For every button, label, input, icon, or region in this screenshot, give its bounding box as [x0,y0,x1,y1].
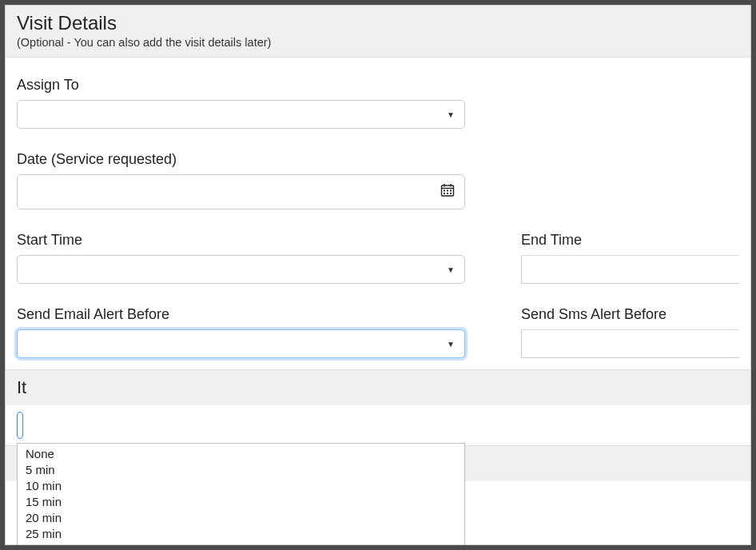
end-time-select[interactable] [521,255,739,284]
svg-rect-9 [450,193,452,194]
calendar-icon[interactable] [440,183,455,201]
start-time-label: Start Time [17,232,465,249]
assign-to-label: Assign To [17,77,465,94]
svg-rect-7 [444,193,445,194]
email-alert-option[interactable]: 10 min [18,478,464,494]
email-alert-dropdown[interactable]: None5 min10 min15 min20 min25 min30 min1… [17,443,465,545]
items-toolbar [6,405,750,445]
email-alert-label: Send Email Alert Before [17,306,465,323]
email-alert-option[interactable]: 5 min [18,462,464,478]
panel-header: Visit Details (Optional - You can also a… [6,6,750,58]
svg-rect-5 [447,190,448,192]
sms-alert-select[interactable] [521,329,739,358]
svg-rect-6 [450,190,452,192]
email-alert-select[interactable]: ▼ [17,329,465,358]
chevron-down-icon: ▼ [447,110,455,119]
email-alert-option[interactable]: None [18,446,464,462]
visit-details-panel: Visit Details (Optional - You can also a… [5,5,751,545]
end-time-label: End Time [521,232,739,249]
date-label: Date (Service requested) [17,151,465,168]
email-alert-option[interactable]: 15 min [18,494,464,510]
svg-rect-4 [444,190,445,192]
items-section-label: It [17,377,26,398]
start-time-select[interactable]: ▼ [17,255,465,284]
email-alert-option[interactable]: 25 min [18,526,464,542]
panel-subtitle: (Optional - You can also add the visit d… [17,36,739,49]
date-input[interactable] [17,174,465,209]
email-alert-option[interactable]: 30 min [18,542,464,545]
sms-alert-label: Send Sms Alert Before [521,306,739,323]
email-alert-option[interactable]: 20 min [18,510,464,526]
items-section-header: It [6,370,750,405]
chevron-down-icon: ▼ [447,265,455,274]
add-item-button[interactable] [17,412,23,439]
panel-body: Assign To ▼ Date (Service requested) [6,58,750,481]
chevron-down-icon: ▼ [447,340,455,349]
assign-to-select[interactable]: ▼ [17,100,465,129]
svg-rect-8 [447,193,448,194]
panel-title: Visit Details [17,12,739,34]
